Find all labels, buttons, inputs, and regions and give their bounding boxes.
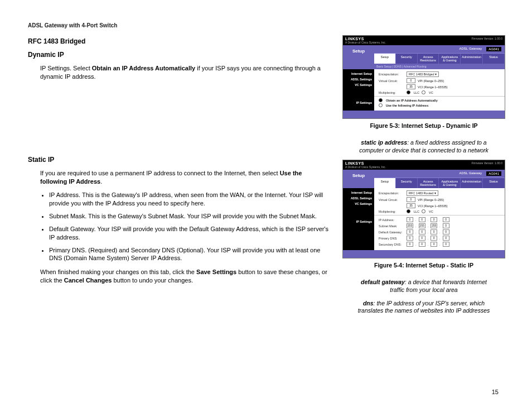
radio-vc[interactable]	[422, 209, 425, 213]
inner-left-nav: Internet Setup ADSL Settings VC Settings…	[343, 188, 374, 250]
nav-item: ADSL Settings	[345, 196, 372, 202]
label-encap: Encapsulation:	[379, 191, 404, 195]
doc-header: ADSL Gateway with 4-Port Switch	[28, 22, 504, 28]
input-pd3[interactable]: 0	[431, 236, 437, 241]
input-ip3[interactable]: 0	[431, 217, 437, 222]
tab-status[interactable]: Status	[483, 54, 505, 64]
tab-security[interactable]: Security	[396, 178, 418, 188]
label-obtain: Obtain an IP Address Automatically	[386, 99, 438, 102]
input-ip4[interactable]: 0	[443, 217, 449, 222]
def-term: static ip address	[361, 139, 407, 146]
input-sm1[interactable]: 255	[407, 223, 413, 228]
radio-llc[interactable]	[407, 209, 410, 213]
input-vpi[interactable]: 0	[407, 78, 415, 83]
input-vci[interactable]: 35	[407, 84, 415, 89]
def-text: : the IP address of your ISP's server, w…	[358, 300, 490, 314]
input-vci[interactable]: 35	[407, 203, 415, 208]
side-label-setup: Setup	[343, 170, 374, 188]
list-item: IP Address. This is the Gateway's IP add…	[49, 191, 329, 208]
firmware-text: Firmware Version: 1.00.0	[471, 161, 502, 169]
tab-security[interactable]: Security	[396, 54, 418, 64]
label-vc: Virtual Circuit:	[379, 79, 404, 83]
input-sd2[interactable]: 0	[419, 242, 425, 247]
input-sd1[interactable]: 0	[407, 242, 413, 247]
tab-apps[interactable]: Applications & Gaming	[439, 54, 461, 64]
figure-caption: Figure 5-4: Internet Setup - Static IP	[342, 262, 505, 269]
input-sd3[interactable]: 0	[431, 242, 437, 247]
note-vpi: VPI (Range 0~255)	[418, 198, 444, 202]
tab-status[interactable]: Status	[483, 178, 505, 188]
definition-dns: dns: the IP address of your ISP's server…	[354, 300, 494, 315]
figure-5-3: LINKSYS A Division of Cisco Systems, Inc…	[342, 35, 505, 129]
radio-obtain[interactable]	[379, 98, 383, 102]
nav-item: ADSL Settings	[345, 77, 372, 83]
heading-static-ip: Static IP	[28, 156, 329, 164]
figure-5-4: LINKSYS A Division of Cisco Systems, Inc…	[342, 160, 505, 269]
label-gw: Default Gateway:	[379, 231, 404, 234]
bold-cancel: Cancel Changes	[64, 277, 112, 284]
screenshot-static-ip: LINKSYS A Division of Cisco Systems, Inc…	[342, 160, 505, 258]
radio-usefollowing[interactable]	[379, 103, 383, 107]
note-vci: VCI (Range 1~65535)	[418, 204, 448, 208]
label-ip: IP Address:	[379, 218, 404, 222]
para-ip-settings: IP Settings. Select Obtain an IP Address…	[28, 64, 329, 81]
product-title: ADSL Gateway	[460, 171, 482, 176]
def-term: dns	[363, 300, 374, 306]
definition-static-ip: static ip address: a fixed address assig…	[354, 139, 494, 154]
label-subnet: Subnet Mask:	[379, 224, 404, 228]
input-sm2[interactable]: 255	[419, 223, 425, 228]
radio-vc[interactable]	[422, 90, 425, 94]
note-vci: VCI (Range 1~65535)	[418, 85, 448, 89]
product-model: AG041	[486, 171, 501, 176]
heading-rfc: RFC 1483 Bridged	[28, 37, 329, 45]
heading-dynamic-ip: Dynamic IP	[28, 51, 329, 59]
label-sdns: Secondary DNS:	[379, 243, 404, 246]
label-vc-opt: VC	[429, 210, 433, 213]
left-column: RFC 1483 Bridged Dynamic IP IP Settings.…	[28, 35, 329, 320]
product-model: AG041	[486, 47, 501, 51]
label-encap: Encapsulation:	[379, 73, 404, 76]
input-pd1[interactable]: 0	[407, 236, 413, 241]
tab-admin[interactable]: Administration	[461, 178, 483, 188]
input-gw1[interactable]: 0	[407, 229, 413, 234]
tab-access[interactable]: Access Restrictions	[418, 54, 439, 64]
input-gw4[interactable]: 0	[443, 229, 449, 234]
label-vc: Virtual Circuit:	[379, 198, 404, 202]
input-pd4[interactable]: 0	[443, 236, 449, 241]
input-sm3[interactable]: 255	[431, 223, 437, 228]
label-vc-opt: VC	[429, 91, 433, 94]
tab-setup[interactable]: Setup	[374, 178, 396, 188]
text: When finished making your changes on thi…	[40, 269, 196, 275]
nav-item: IP Settings	[345, 100, 372, 106]
select-encap[interactable]: RFC 1483 Bridged ▾	[407, 71, 439, 77]
tab-setup[interactable]: Setup	[374, 54, 396, 64]
tab-access[interactable]: Access Restrictions	[418, 178, 439, 188]
bold-obtain: Obtain an IP Address Automatically	[92, 65, 195, 71]
input-ip1[interactable]: 0	[407, 217, 413, 222]
nav-item: VC Settings	[345, 83, 372, 88]
brand-sub: A Division of Cisco Systems, Inc.	[345, 165, 386, 169]
input-vpi[interactable]: 0	[407, 197, 415, 202]
select-encap[interactable]: RFC 1483 Routed ▾	[407, 190, 438, 196]
label-pdns: Primary DNS:	[379, 237, 404, 240]
input-sd4[interactable]: 0	[443, 242, 449, 247]
firmware-text: Firmware Version: 1.00.0	[471, 37, 502, 44]
text: If you are required to use a permanent I…	[40, 170, 280, 176]
definition-default-gateway: default gateway: a device that forwards …	[354, 279, 494, 294]
radio-llc[interactable]	[407, 90, 410, 94]
input-sm4[interactable]: 0	[443, 223, 449, 228]
def-text: : a device that forwards Internet traffi…	[390, 279, 487, 293]
para-static-intro: If you are required to use a permanent I…	[28, 169, 329, 186]
def-term: default gateway	[361, 279, 405, 285]
input-ip2[interactable]: 0	[419, 217, 425, 222]
brand-logo: LINKSYS	[345, 161, 386, 165]
label-mux: Multiplexing:	[379, 210, 404, 213]
tab-admin[interactable]: Administration	[461, 54, 483, 64]
bold-save: Save Settings	[196, 269, 236, 275]
input-pd2[interactable]: 0	[419, 236, 425, 241]
text: IP Settings. Select	[40, 65, 92, 71]
tab-apps[interactable]: Applications & Gaming	[439, 178, 461, 188]
input-gw3[interactable]: 0	[431, 229, 437, 234]
static-ip-list: IP Address. This is the Gateway's IP add…	[28, 191, 329, 262]
input-gw2[interactable]: 0	[419, 229, 425, 234]
